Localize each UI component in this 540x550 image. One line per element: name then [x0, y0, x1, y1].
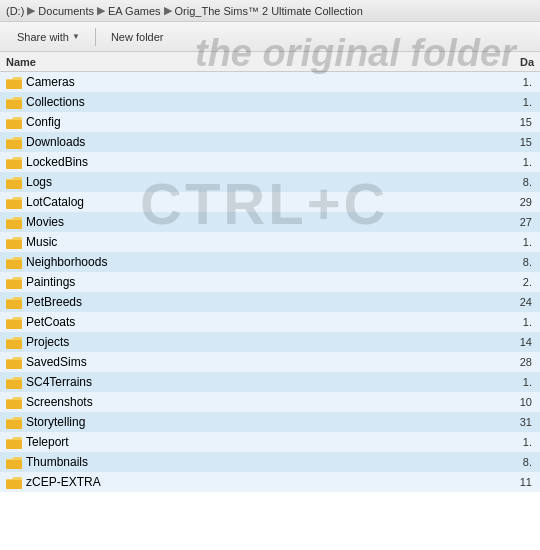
column-headers: Name Da: [0, 52, 540, 72]
svg-rect-32: [6, 280, 22, 289]
folder-icon: [6, 275, 22, 289]
svg-rect-5: [6, 100, 22, 109]
file-name: SC4Terrains: [26, 375, 514, 389]
folder-icon: [6, 455, 22, 469]
folder-icon: [6, 215, 22, 229]
svg-rect-17: [6, 180, 22, 189]
table-row[interactable]: Collections1.: [0, 92, 540, 112]
file-name: Config: [26, 115, 514, 129]
file-name: PetCoats: [26, 315, 514, 329]
column-date-header[interactable]: Da: [514, 56, 534, 68]
svg-rect-47: [6, 380, 22, 389]
folder-icon: [6, 175, 22, 189]
svg-rect-26: [6, 240, 22, 249]
svg-rect-53: [6, 420, 22, 429]
table-row[interactable]: Music1.: [0, 232, 540, 252]
table-row[interactable]: Logs8.: [0, 172, 540, 192]
svg-rect-20: [6, 200, 22, 209]
folder-icon: [6, 315, 22, 329]
share-with-label: Share with: [17, 31, 69, 43]
table-row[interactable]: PetCoats1.: [0, 312, 540, 332]
file-name: Paintings: [26, 275, 514, 289]
folder-icon: [6, 115, 22, 129]
table-row[interactable]: SavedSims28: [0, 352, 540, 372]
file-date: 14: [514, 336, 534, 348]
table-row[interactable]: Teleport1.: [0, 432, 540, 452]
file-date: 31: [514, 416, 534, 428]
share-with-button[interactable]: Share with ▼: [8, 26, 89, 48]
svg-rect-62: [6, 480, 22, 489]
file-name: Cameras: [26, 75, 514, 89]
file-name: Projects: [26, 335, 514, 349]
folder-icon: [6, 95, 22, 109]
table-row[interactable]: LockedBins1.: [0, 152, 540, 172]
table-row[interactable]: Projects14: [0, 332, 540, 352]
table-row[interactable]: LotCatalog29: [0, 192, 540, 212]
folder-icon: [6, 375, 22, 389]
breadcrumb-documents: Documents: [38, 5, 94, 17]
folder-icon: [6, 395, 22, 409]
file-name: Neighborhoods: [26, 255, 514, 269]
table-row[interactable]: Neighborhoods8.: [0, 252, 540, 272]
table-row[interactable]: Thumbnails8.: [0, 452, 540, 472]
file-list[interactable]: Cameras1. Collections1. Conf: [0, 72, 540, 550]
file-date: 1.: [514, 376, 534, 388]
file-name: zCEP-EXTRA: [26, 475, 514, 489]
file-date: 15: [514, 116, 534, 128]
file-date: 10: [514, 396, 534, 408]
file-name: Storytelling: [26, 415, 514, 429]
new-folder-label: New folder: [111, 31, 164, 43]
file-date: 8.: [514, 256, 534, 268]
table-row[interactable]: Movies27: [0, 212, 540, 232]
folder-icon: [6, 475, 22, 489]
svg-rect-35: [6, 300, 22, 309]
file-name: LockedBins: [26, 155, 514, 169]
file-date: 24: [514, 296, 534, 308]
file-date: 1.: [514, 76, 534, 88]
breadcrumb-collection: Orig_The Sims™ 2 Ultimate Collection: [175, 5, 363, 17]
table-row[interactable]: Downloads15: [0, 132, 540, 152]
file-date: 27: [514, 216, 534, 228]
svg-rect-56: [6, 440, 22, 449]
svg-rect-8: [6, 120, 22, 129]
new-folder-button[interactable]: New folder: [102, 26, 173, 48]
file-date: 29: [514, 196, 534, 208]
file-date: 1.: [514, 436, 534, 448]
file-name: Music: [26, 235, 514, 249]
table-row[interactable]: PetBreeds24: [0, 292, 540, 312]
file-date: 8.: [514, 176, 534, 188]
folder-icon: [6, 295, 22, 309]
table-row[interactable]: Paintings2.: [0, 272, 540, 292]
table-row[interactable]: SC4Terrains1.: [0, 372, 540, 392]
file-name: LotCatalog: [26, 195, 514, 209]
folder-icon: [6, 135, 22, 149]
table-row[interactable]: Cameras1.: [0, 72, 540, 92]
table-row[interactable]: zCEP-EXTRA11: [0, 472, 540, 492]
file-name: Thumbnails: [26, 455, 514, 469]
table-row[interactable]: Storytelling31: [0, 412, 540, 432]
table-row[interactable]: Config15: [0, 112, 540, 132]
svg-rect-50: [6, 400, 22, 409]
folder-icon: [6, 355, 22, 369]
svg-rect-29: [6, 260, 22, 269]
svg-rect-2: [6, 80, 22, 89]
svg-rect-14: [6, 160, 22, 169]
title-bar: (D:) ▶ Documents ▶ EA Games ▶ Orig_The S…: [0, 0, 540, 22]
folder-icon: [6, 75, 22, 89]
file-date: 15: [514, 136, 534, 148]
file-name: Logs: [26, 175, 514, 189]
table-row[interactable]: Screenshots10: [0, 392, 540, 412]
column-name-header[interactable]: Name: [6, 56, 514, 68]
folder-icon: [6, 415, 22, 429]
file-date: 1.: [514, 96, 534, 108]
file-date: 1.: [514, 156, 534, 168]
file-date: 8.: [514, 456, 534, 468]
file-name: Teleport: [26, 435, 514, 449]
toolbar: Share with ▼ New folder the original fol…: [0, 22, 540, 52]
svg-rect-38: [6, 320, 22, 329]
file-name: SavedSims: [26, 355, 514, 369]
file-name: Screenshots: [26, 395, 514, 409]
folder-icon: [6, 435, 22, 449]
svg-rect-41: [6, 340, 22, 349]
svg-rect-23: [6, 220, 22, 229]
